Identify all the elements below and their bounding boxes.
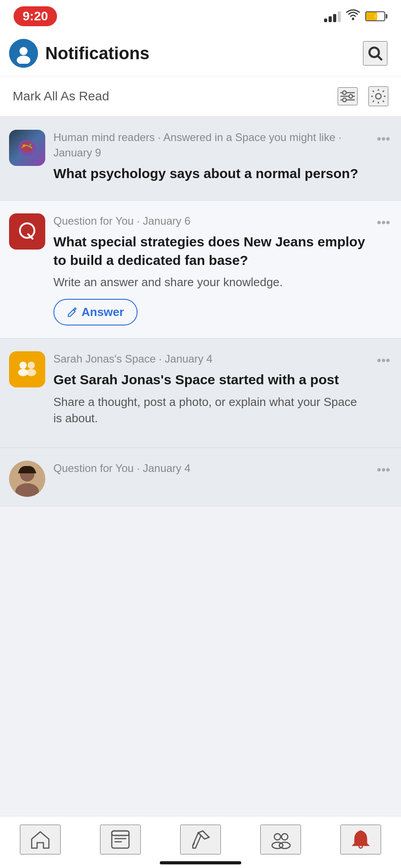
nav-write-button[interactable]: [180, 825, 221, 854]
filter-button[interactable]: [338, 87, 358, 105]
svg-point-0: [352, 18, 354, 20]
svg-point-12: [376, 94, 381, 99]
status-time: 9:20: [14, 6, 57, 26]
home-indicator: [160, 861, 241, 864]
wifi-icon: [346, 9, 360, 24]
mark-all-read-button[interactable]: Mark All As Read: [13, 89, 109, 104]
notification-description: Share a thought, post a photo, or explai…: [53, 394, 369, 427]
notification-description: Write an answer and share your knowledge…: [53, 274, 369, 290]
svg-point-4: [369, 47, 379, 57]
app-logo-avatar: [9, 39, 38, 68]
notification-item[interactable]: Question for You · January 6 What specia…: [0, 201, 401, 339]
notification-more-button[interactable]: •••: [377, 213, 390, 230]
edit-icon: [67, 307, 77, 317]
battery-icon: ⚡: [365, 11, 387, 21]
notification-body: Human mind readers · Answered in a Space…: [53, 130, 369, 188]
page-header: Notifications: [0, 31, 401, 76]
search-icon: [367, 45, 383, 61]
notification-item[interactable]: Question for You · January 4 •••: [0, 448, 401, 506]
bottom-navigation: [0, 816, 401, 868]
home-icon: [30, 829, 51, 850]
notification-avatar: [9, 351, 45, 387]
header-left: Notifications: [9, 39, 149, 68]
notification-body: Question for You · January 4: [53, 461, 369, 481]
notification-item[interactable]: Sarah Jonas's Space · January 4 Get Sara…: [0, 339, 401, 448]
svg-point-33: [279, 842, 290, 849]
notification-title: Get Sarah Jonas's Space started with a p…: [53, 371, 369, 389]
notification-more-button[interactable]: •••: [377, 130, 390, 146]
nav-notifications-button[interactable]: [340, 825, 381, 854]
notification-title: What psychology says about a normal pers…: [53, 165, 369, 183]
svg-point-18: [19, 362, 27, 369]
notification-meta: Sarah Jonas's Space · January 4: [53, 351, 369, 367]
status-bar: 9:20 ⚡: [0, 0, 401, 31]
svg-point-20: [28, 362, 35, 369]
nav-spaces-button[interactable]: [260, 825, 301, 854]
search-button[interactable]: [363, 41, 387, 66]
feed-icon: [110, 829, 131, 850]
bell-icon: [350, 829, 371, 850]
notification-meta: Question for You · January 6: [53, 213, 369, 229]
nav-feed-button[interactable]: [100, 825, 141, 854]
notification-body: Question for You · January 6 What specia…: [53, 213, 369, 326]
notification-avatar: [9, 461, 45, 497]
spaces-icon: [270, 829, 291, 850]
svg-rect-25: [112, 831, 129, 848]
notifications-toolbar: Mark All As Read: [0, 76, 401, 117]
notification-avatar: [9, 130, 45, 166]
answer-button-label: Answer: [81, 305, 124, 319]
svg-line-5: [378, 56, 382, 60]
svg-point-30: [274, 834, 281, 840]
notification-more-button[interactable]: •••: [377, 351, 390, 368]
svg-point-10: [349, 94, 353, 98]
svg-point-2: [19, 47, 28, 55]
svg-rect-29: [112, 831, 129, 835]
notification-meta: Human mind readers · Answered in a Space…: [53, 130, 369, 160]
svg-point-32: [282, 834, 288, 840]
page-title: Notifications: [45, 44, 149, 63]
svg-point-16: [29, 144, 32, 146]
status-icons: ⚡: [324, 9, 387, 24]
settings-button[interactable]: [368, 86, 388, 106]
nav-home-button[interactable]: [20, 825, 61, 854]
svg-point-21: [26, 369, 36, 376]
write-icon: [190, 829, 211, 850]
signal-bars-icon: [324, 10, 341, 22]
answer-button[interactable]: Answer: [53, 299, 138, 326]
notification-meta: Question for You · January 4: [53, 461, 369, 476]
svg-point-9: [343, 91, 346, 94]
svg-point-11: [343, 98, 346, 102]
notification-more-button[interactable]: •••: [377, 461, 390, 477]
svg-point-15: [23, 144, 25, 147]
notification-avatar: [9, 213, 45, 250]
svg-point-17: [20, 223, 34, 238]
notification-title: What special strategies does New Jeans e…: [53, 233, 369, 269]
notification-body: Sarah Jonas's Space · January 4 Get Sara…: [53, 351, 369, 435]
toolbar-icons: [338, 86, 388, 106]
notification-item[interactable]: Human mind readers · Answered in a Space…: [0, 117, 401, 201]
